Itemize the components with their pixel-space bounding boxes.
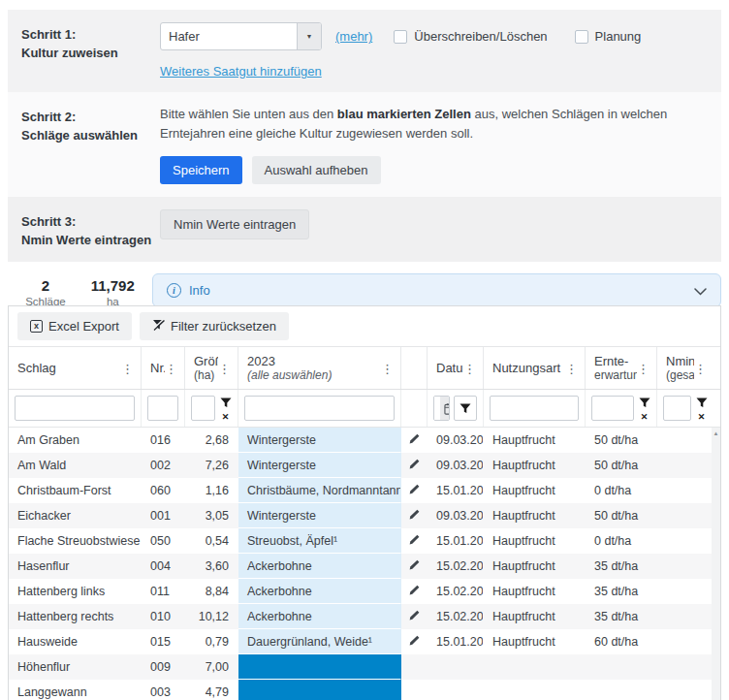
field-size-cell: 7,26: [185, 453, 238, 478]
chevron-down-icon[interactable]: [694, 282, 707, 300]
column-menu-icon-schlag[interactable]: ⋮: [119, 360, 136, 376]
crop-year-cell[interactable]: Streuobst, Äpfel¹: [238, 528, 401, 554]
column-header-nmin: Nmin(gesamt)⋮: [657, 347, 713, 389]
column-menu-icon-ernte[interactable]: ⋮: [635, 360, 651, 376]
column-menu-icon-groesse[interactable]: ⋮: [216, 360, 233, 376]
nmin-values-button[interactable]: Nmin Werte eintragen: [160, 209, 309, 239]
crop-year-cell[interactable]: [238, 680, 401, 700]
field-name-cell: Christbaum-Forst: [9, 478, 142, 503]
scroll-up-icon[interactable]: ▲: [713, 430, 719, 700]
filter-funnel-icon-nmin[interactable]: [696, 395, 708, 412]
field-number-cell: 011: [142, 579, 185, 604]
crop-year-cell[interactable]: Ackerbohne: [238, 554, 401, 579]
field-size-cell: 0,54: [185, 528, 238, 554]
filter-input-nr[interactable]: [147, 396, 178, 421]
column-menu-icon-nr[interactable]: ⋮: [163, 360, 179, 376]
date-cell: 15.02.2023: [428, 579, 484, 604]
edit-pencil-icon[interactable]: [408, 558, 421, 574]
filter-cell-edit: [401, 390, 428, 427]
date-cell: 15.01.2023: [428, 478, 484, 503]
crop-year-cell[interactable]: Ackerbohne: [238, 579, 401, 604]
step-3-section: Schritt 3: Nmin Werte eintragen Nmin Wer…: [8, 197, 721, 262]
edit-pencil-icon[interactable]: [408, 458, 421, 473]
column-menu-icon-kultur[interactable]: ⋮: [379, 360, 396, 376]
column-header-ernte: Ernte-erwartung⋮: [586, 347, 657, 389]
edit-pencil-icon[interactable]: [408, 584, 421, 599]
add-seed-link[interactable]: Weiteres Saatgut hinzufügen: [160, 64, 322, 79]
date-filter-funnel-button[interactable]: [454, 396, 477, 421]
summary-row: 2 Schläge 11,792 ha i Info: [8, 273, 721, 307]
filter-input-schlag[interactable]: [15, 396, 135, 421]
crop-assignment-page: Schritt 1: Kultur zuweisen Hafer ▼ (mehr…: [0, 10, 729, 700]
filter-slash-icon: [152, 319, 165, 334]
dropdown-arrow-icon[interactable]: ▼: [297, 23, 321, 49]
filter-funnel-icon-ernte[interactable]: [639, 395, 650, 412]
save-button[interactable]: Speichern: [160, 156, 242, 184]
column-header-datum: Datum⋮: [428, 347, 484, 389]
date-cell: 15.02.2023: [428, 554, 484, 579]
edit-pencil-icon[interactable]: [408, 432, 421, 448]
filter-input-groesse[interactable]: [191, 396, 215, 421]
edit-cell: [401, 428, 428, 453]
edit-pencil-icon[interactable]: [408, 508, 421, 524]
table-scrollbar[interactable]: ▲: [712, 428, 720, 700]
column-sublabel-ernte: erwartung: [594, 368, 637, 382]
crop-year-cell[interactable]: Dauergrünland, Weide¹: [238, 629, 401, 654]
filter-funnel-icon-groesse[interactable]: [220, 395, 232, 412]
nmin-cell: [657, 604, 713, 629]
yield-expectation-cell: 50 dt/ha: [586, 453, 657, 478]
filter-cell-kultur: [238, 390, 401, 427]
edit-cell: [401, 554, 428, 579]
edit-pencil-icon[interactable]: [408, 634, 421, 650]
overwrite-checkbox[interactable]: [394, 30, 407, 44]
date-cell: [428, 680, 484, 700]
filter-clear-icon-nmin[interactable]: ✕: [698, 413, 706, 422]
table-row: Eichacker0013,05Wintergerste09.03.2023Ha…: [9, 503, 720, 528]
crop-select[interactable]: Hafer ▼: [160, 22, 322, 50]
filter-input-nutzungsart[interactable]: [490, 396, 579, 421]
filter-reset-button[interactable]: Filter zurücksetzen: [140, 312, 289, 340]
step-1-section: Schritt 1: Kultur zuweisen Hafer ▼ (mehr…: [8, 10, 721, 92]
crop-year-cell[interactable]: Wintergerste: [238, 503, 401, 528]
field-name-cell: Flache Streuobstwiese: [9, 528, 142, 554]
filter-clear-icon-groesse[interactable]: ✕: [222, 413, 230, 422]
edit-pencil-icon[interactable]: [408, 609, 421, 624]
crop-year-cell[interactable]: [238, 654, 401, 680]
filter-clear-icon-ernte[interactable]: ✕: [641, 413, 649, 422]
field-size-cell: 2,68: [185, 428, 238, 453]
filter-input-ernte[interactable]: [591, 396, 634, 421]
yield-expectation-cell: 50 dt/ha: [586, 428, 657, 453]
clear-selection-button[interactable]: Auswahl aufheben: [252, 156, 381, 184]
field-name-cell: Hattenberg links: [9, 579, 142, 604]
column-header-nutzungsart: Nutzungsart⋮: [484, 347, 586, 389]
field-size-cell: 0,79: [185, 629, 238, 654]
calendar-icon[interactable]: [440, 397, 450, 420]
yield-expectation-cell: 60 dt/ha: [586, 629, 657, 654]
crop-select-value: Hafer: [161, 23, 297, 49]
edit-pencil-icon[interactable]: [408, 533, 421, 549]
planning-checkbox[interactable]: [575, 30, 588, 44]
date-cell: 15.02.2023: [428, 604, 484, 629]
table-row: Hattenberg rechts01010,12Ackerbohne15.02…: [9, 604, 720, 629]
excel-export-button[interactable]: x Excel Export: [17, 312, 132, 340]
usage-type-cell: Hauptfrucht: [484, 554, 586, 579]
edit-pencil-icon[interactable]: [408, 483, 421, 498]
crop-year-cell[interactable]: Ackerbohne: [238, 604, 401, 629]
info-accordion[interactable]: i Info: [152, 273, 721, 307]
area-value: 11,792: [91, 277, 135, 294]
crop-year-cell[interactable]: Wintergerste: [238, 453, 401, 478]
column-menu-icon-nutzungsart[interactable]: ⋮: [563, 360, 580, 376]
crop-year-cell[interactable]: Christbäume, Nordmanntanne¹: [238, 478, 401, 503]
field-number-cell: 009: [142, 654, 185, 680]
filter-input-kultur[interactable]: [244, 396, 395, 421]
crop-year-cell[interactable]: Wintergerste: [238, 428, 401, 453]
step-2-instruction: Bitte wählen Sie unten aus den blau mark…: [160, 105, 708, 143]
column-menu-icon-datum[interactable]: ⋮: [461, 360, 478, 376]
filter-input-nmin[interactable]: [663, 396, 691, 421]
step-3-label: Schritt 3: Nmin Werte eintragen: [21, 209, 160, 249]
usage-type-cell: Hauptfrucht: [484, 604, 586, 629]
step-1-subtitle: Kultur zuweisen: [21, 44, 160, 62]
info-label: Info: [189, 283, 210, 298]
mehr-link[interactable]: (mehr): [335, 29, 372, 44]
column-menu-icon-nmin[interactable]: ⋮: [692, 360, 709, 376]
